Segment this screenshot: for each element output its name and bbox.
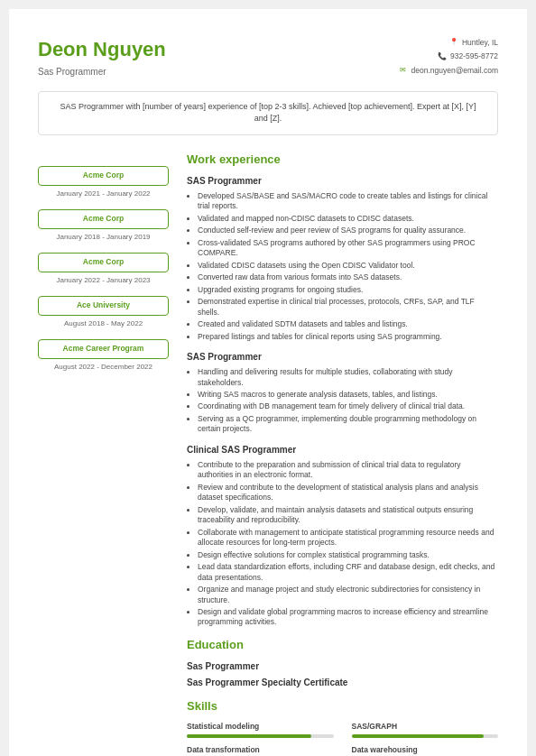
edu-badge-0: Ace University [38,296,169,316]
skill-label-0: Statistical modeling [187,722,334,733]
skill-item-1: SAS/GRAPH [352,722,499,738]
skills-grid: Statistical modeling SAS/GRAPH Data tran… [187,722,498,756]
bullet: Demonstrated expertise in clinical trial… [198,297,498,318]
job-bullets-2: Contribute to the preparation and submis… [187,460,498,628]
bullet: Prepared listings and tables for clinica… [198,332,498,342]
job-bullets-0: Developed SAS/BASE and SAS/MACRO code to… [187,191,498,342]
job-title-2: Clinical SAS Programmer [187,444,498,456]
phone-icon: 📞 [438,52,447,61]
skill-item-3: Data warehousing [352,745,499,756]
skill-item-0: Statistical modeling [187,722,334,738]
company-badge-2: Acme Corp [38,253,169,272]
bullet: Cross-validated SAS programs authored by… [198,238,498,259]
work-left: Acme Corp January 2021 - January 2022 Ac… [38,166,169,285]
location-icon: 📍 [449,39,458,48]
edu-badge-1: Acme Career Program [38,339,169,359]
skill-label-2: Data transformation [187,745,334,756]
bullet: Writing SAS macros to generate analysis … [198,390,498,400]
resume-page: Deon Nguyen Sas Programmer 📍 Huntley, IL… [9,9,527,756]
job-title-0: SAS Programmer [187,175,498,188]
bullet: Design and validate global programming m… [198,607,498,628]
email-icon: ✉ [398,66,407,75]
work-section-title: Work experience [187,152,498,168]
main-content: Acme Corp January 2021 - January 2022 Ac… [38,148,498,756]
edu-date-0: August 2018 - May 2022 [38,318,169,328]
location-item: 📍 Huntley, IL [398,36,498,50]
job-entry-0: SAS Programmer Developed SAS/BASE and SA… [187,175,498,342]
bullet: Coordinating with DB management team for… [198,401,498,411]
bullet: Handling and delivering results for mult… [198,367,498,388]
phone-item: 📞 932-595-8772 [398,50,498,63]
skill-bar-bg-0 [187,734,334,738]
bullet: Validated CDISC datasets using the Open … [198,261,498,271]
skills-section-title: Skills [187,698,498,715]
skill-bar-fill-1 [352,734,484,738]
location-text: Huntley, IL [462,36,498,50]
bullet: Organize and manage project and study el… [198,585,498,605]
job-title-1: SAS Programmer [187,351,498,364]
bullet: Collaborate with management to anticipat… [198,528,498,549]
company-badge-0: Acme Corp [38,166,169,186]
header-right: 📍 Huntley, IL 📞 932-595-8772 ✉ deon.nguy… [398,36,498,78]
job-entry-1: SAS Programmer Handling and delivering r… [187,351,498,435]
date-range-1: January 2018 - January 2019 [38,232,169,242]
job-entry-2: Clinical SAS Programmer Contribute to th… [187,444,498,628]
edu-entry-0: Sas Programmer [187,660,498,673]
skill-label-1: SAS/GRAPH [352,722,499,733]
edu-date-1: August 2022 - December 2022 [38,362,169,372]
header-left: Deon Nguyen Sas Programmer [38,36,166,78]
bullet: Upgraded existing programs for ongoing s… [198,285,498,295]
bullet: Develop, validate, and maintain analysis… [198,505,498,526]
bullet: Serving as a QC programmer, implementing… [198,414,498,435]
bullet: Lead data standardization efforts, inclu… [198,562,498,583]
skill-item-2: Data transformation [187,745,334,756]
date-range-2: January 2022 - January 2023 [38,275,169,285]
skill-bar-fill-0 [187,734,311,738]
bullet: Converted raw data from various formats … [198,272,498,282]
skills-section: Skills Statistical modeling SAS/GRAPH Da… [187,698,498,756]
date-range-0: January 2021 - January 2022 [38,189,169,198]
header: Deon Nguyen Sas Programmer 📍 Huntley, IL… [38,36,498,78]
bullet: Created and validated SDTM datasets and … [198,319,498,329]
bullet: Validated and mapped non-CDISC datasets … [198,214,498,224]
skill-bar-bg-1 [352,734,499,738]
summary-text: SAS Programmer with [number of years] ex… [60,102,476,124]
bullet: Developed SAS/BASE and SAS/MACRO code to… [198,191,498,212]
edu-section-title: Education [187,637,498,653]
right-column: Work experience SAS Programmer Developed… [178,148,498,756]
candidate-name: Deon Nguyen [38,36,166,64]
bullet: Review and contribute to the development… [198,483,498,503]
email-text: deon.nguyen@email.com [411,64,498,78]
candidate-title: Sas Programmer [38,66,166,78]
bullet: Contribute to the preparation and submis… [198,460,498,481]
email-item: ✉ deon.nguyen@email.com [398,64,498,78]
phone-text: 932-595-8772 [450,50,498,63]
education-left: Ace University August 2018 - May 2022 Ac… [38,296,169,372]
edu-entry-1: Sas Programmer Specialty Certificate [187,677,498,689]
job-bullets-1: Handling and delivering results for mult… [187,367,498,435]
bullet: Design effective solutions for complex s… [198,550,498,560]
edu-degree-0: Sas Programmer [187,660,498,673]
bullet: Conducted self-review and peer review of… [198,226,498,235]
summary-box: SAS Programmer with [number of years] ex… [38,91,498,135]
edu-degree-1: Sas Programmer Specialty Certificate [187,677,498,689]
skill-label-3: Data warehousing [352,745,499,756]
left-column: Acme Corp January 2021 - January 2022 Ac… [38,148,178,756]
company-badge-1: Acme Corp [38,209,169,229]
